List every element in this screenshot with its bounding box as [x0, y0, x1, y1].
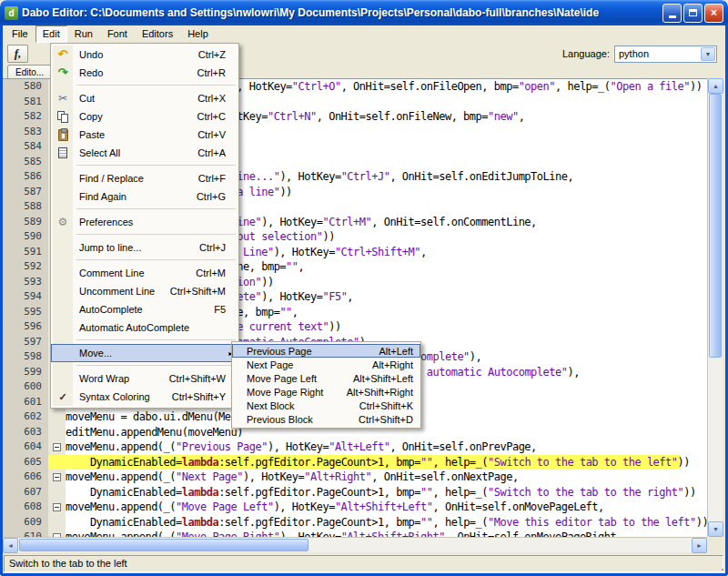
menubar-item-file[interactable]: File: [5, 25, 35, 43]
menu-item-move-page-left[interactable]: Move Page LeftAlt+Shift+Left: [232, 371, 420, 385]
menu-item-move[interactable]: Move...►: [51, 344, 238, 362]
menu-item-move-page-right[interactable]: Move Page RightAlt+Shift+Right: [232, 385, 420, 399]
fold-minus-icon[interactable]: [53, 503, 61, 511]
fold-margin: [48, 425, 66, 440]
line-number: 601: [3, 395, 48, 410]
menu-item-select-all[interactable]: Select AllCtrl+A: [51, 144, 238, 162]
menu-item-label: Uncomment Line: [75, 286, 170, 297]
menu-item-uncomment-line[interactable]: Uncomment LineCtrl+Shift+M: [51, 282, 238, 300]
tab-editor[interactable]: Edito...: [7, 65, 52, 78]
chevron-down-icon: ▼: [705, 51, 712, 57]
select-all-icon: [58, 147, 67, 158]
menu-item-find-replace[interactable]: Find / ReplaceCtrl+F: [51, 169, 238, 187]
menu-item-word-wrap[interactable]: Word WrapCtrl+Shift+W: [51, 369, 238, 388]
menu-item-find-again[interactable]: Find AgainCtrl+G: [51, 187, 238, 206]
scroll-down-button[interactable]: ▼: [708, 521, 723, 537]
scroll-right-button[interactable]: ►: [692, 538, 707, 553]
menu-shortcut: F5: [214, 304, 238, 315]
menu-shortcut: Alt+Shift+Right: [347, 387, 420, 398]
menu-item-comment-line[interactable]: Comment LineCtrl+M: [51, 264, 238, 282]
language-select[interactable]: python ▼: [614, 45, 717, 63]
menu-item-syntax-coloring[interactable]: ✓Syntax ColoringCtrl+Shift+Y: [51, 388, 238, 406]
function-list-button[interactable]: f,: [7, 45, 28, 63]
line-number: 602: [3, 409, 48, 425]
fold-minus-icon[interactable]: [53, 473, 61, 481]
menu-item-automatic-autocomplete[interactable]: Automatic AutoComplete: [51, 318, 238, 337]
menu-shortcut: Ctrl+Shift+D: [359, 414, 420, 425]
code-line-605[interactable]: 605 DynamicEnabled=lambda:self.pgfEditor…: [3, 455, 707, 470]
minimize-button[interactable]: [662, 4, 682, 23]
line-number: 595: [3, 305, 48, 320]
fold-margin: [48, 500, 66, 515]
code-line-608[interactable]: 608moveMenu.append(_("Move Page Left"), …: [3, 500, 707, 515]
menu-item-label: Previous Page: [232, 346, 379, 357]
menu-item-copy[interactable]: CopyCtrl+C: [51, 107, 238, 126]
menubar-item-help[interactable]: Help: [180, 25, 216, 43]
language-label: Language:: [562, 48, 610, 59]
vertical-scrollbar[interactable]: ▲ ▼: [707, 78, 723, 537]
scroll-left-button[interactable]: ◄: [3, 538, 18, 553]
menu-item-redo[interactable]: ↷RedoCtrl+R: [51, 64, 238, 82]
code-line-607[interactable]: 607 DynamicEnabled=lambda:self.pgfEditor…: [3, 485, 707, 500]
vertical-scrollbar-thumb[interactable]: [709, 94, 722, 358]
horizontal-scrollbar-thumb[interactable]: [19, 539, 308, 551]
menu-item-autocomplete[interactable]: AutoCompleteF5: [51, 300, 238, 318]
menubar: FileEditRunFontEditorsHelp: [3, 25, 725, 43]
menu-item-next-block[interactable]: Next BlockCtrl+Shift+K: [232, 399, 420, 412]
menu-shortcut: Alt+Shift+Left: [353, 373, 420, 384]
maximize-button[interactable]: [683, 4, 703, 23]
line-number: 589: [3, 215, 48, 230]
close-button[interactable]: ×: [704, 4, 723, 23]
move-submenu: Previous PageAlt+LeftNext PageAlt+RightM…: [231, 341, 421, 429]
menu-item-jump-to-line[interactable]: Jump to line...Ctrl+J: [51, 238, 238, 257]
line-number: 596: [3, 319, 48, 335]
menu-item-label: Jump to line...: [75, 242, 199, 253]
menu-item-previous-page[interactable]: Previous PageAlt+Left: [232, 344, 420, 358]
menu-item-label: Comment Line: [75, 268, 196, 278]
menu-item-previous-block[interactable]: Previous BlockCtrl+Shift+D: [232, 412, 420, 426]
menubar-item-editors[interactable]: Editors: [135, 25, 180, 43]
code-line-604[interactable]: 604moveMenu.append(_("Previous Page"), H…: [3, 440, 707, 455]
menu-shortcut: Ctrl+V: [197, 129, 238, 140]
fold-minus-icon[interactable]: [53, 443, 61, 451]
language-value: python: [619, 48, 649, 59]
code-line-610[interactable]: 610moveMenu.append(_("Move Page Right"),…: [3, 530, 707, 537]
titlebar[interactable]: d Dabo Editor: C:\Documents and Settings…: [0, 0, 728, 25]
line-number: 591: [3, 245, 48, 260]
cut-icon: ✂: [56, 91, 71, 106]
menu-item-paste[interactable]: PasteCtrl+V: [51, 126, 238, 144]
menu-shortcut: Ctrl+Shift+Y: [172, 391, 238, 402]
menu-separator: [76, 85, 236, 86]
menu-item-next-page[interactable]: Next PageAlt+Right: [232, 358, 420, 371]
undo-icon: ↶: [56, 47, 71, 62]
menubar-item-font[interactable]: Font: [100, 25, 135, 43]
menu-item-label: Previous Block: [232, 414, 359, 425]
line-number: 590: [3, 229, 48, 245]
menubar-item-run[interactable]: Run: [67, 25, 100, 43]
menu-item-label: Find Again: [75, 191, 197, 202]
scroll-down-icon: ▼: [713, 526, 719, 532]
code-line-606[interactable]: 606moveMenu.append(_("Next Page"), HotKe…: [3, 470, 707, 485]
code-line-609[interactable]: 609 DynamicEnabled=lambda:self.pgfEditor…: [3, 515, 707, 531]
horizontal-scrollbar[interactable]: ◄ ►: [3, 537, 707, 552]
status-bar: Switch to the tab to the left: [3, 554, 725, 573]
fold-margin: [48, 440, 66, 455]
line-number: 593: [3, 275, 48, 290]
menu-item-cut[interactable]: ✂CutCtrl+X: [51, 89, 238, 107]
combo-dropdown-button[interactable]: ▼: [701, 47, 715, 61]
line-number: 599: [3, 365, 48, 380]
line-number: 610: [3, 530, 48, 537]
menu-item-undo[interactable]: ↶UndoCtrl+Z: [51, 45, 238, 64]
menu-item-preferences[interactable]: ⚙Preferences: [51, 213, 238, 231]
menu-shortcut: Alt+Right: [372, 359, 420, 370]
menu-item-label: Select All: [75, 147, 197, 158]
scroll-up-icon: ▲: [713, 83, 719, 89]
scroll-up-button[interactable]: ▲: [708, 78, 723, 94]
line-number: 584: [3, 139, 48, 155]
code-text: moveMenu.append(_("Move Page Left"), Hot…: [66, 500, 707, 515]
fold-margin: [48, 409, 66, 425]
resize-grip[interactable]: [722, 569, 723, 571]
menubar-item-edit[interactable]: Edit: [35, 25, 67, 43]
menu-shortcut: Ctrl+Shift+K: [359, 400, 420, 411]
menu-shortcut: Ctrl+Shift+M: [170, 286, 238, 297]
